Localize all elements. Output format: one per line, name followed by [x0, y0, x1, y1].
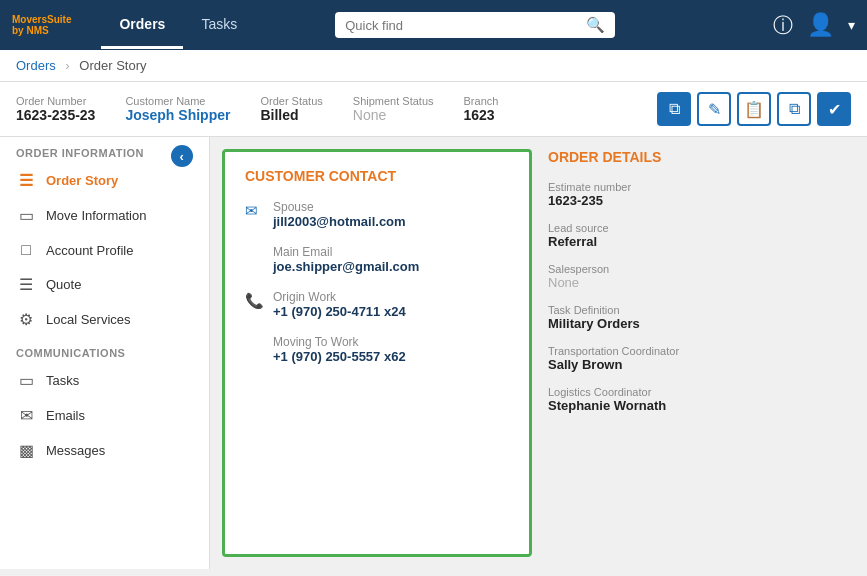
contact-info-spouse: Spouse jill2003@hotmail.com	[273, 200, 406, 229]
breadcrumb: Orders › Order Story	[0, 50, 867, 82]
sidebar-label-order-story: Order Story	[46, 173, 118, 188]
customer-contact-card: CUSTOMER CONTACT ✉ Spouse jill2003@hotma…	[222, 149, 532, 557]
order-status-field: Order Status Billed	[260, 95, 322, 123]
content-area: CUSTOMER CONTACT ✉ Spouse jill2003@hotma…	[210, 137, 867, 569]
action-btn-5[interactable]: ✔	[817, 92, 851, 126]
transportation-coordinator-label: Transportation Coordinator	[548, 345, 839, 357]
navbar: MoversSuite by NMS Orders Tasks 🔍 ⓘ 👤 ▾	[0, 0, 867, 50]
moving-to-work-label: Moving To Work	[273, 335, 406, 349]
search-icon[interactable]: 🔍	[586, 16, 605, 34]
email-icon: ✉	[245, 202, 263, 220]
email-placeholder-icon: ✉	[245, 247, 263, 265]
user-icon[interactable]: 👤	[807, 12, 834, 38]
nav-tasks[interactable]: Tasks	[183, 2, 255, 49]
nav-orders[interactable]: Orders	[101, 2, 183, 49]
logistics-coordinator-field: Logistics Coordinator Stephanie Wornath	[548, 386, 839, 413]
shipment-status-field: Shipment Status None	[353, 95, 434, 123]
shipment-status-label: Shipment Status	[353, 95, 434, 107]
sidebar-label-emails: Emails	[46, 408, 85, 423]
contact-info-origin-work: Origin Work +1 (970) 250-4711 x24	[273, 290, 406, 319]
branch-field: Branch 1623	[464, 95, 499, 123]
order-number-label: Order Number	[16, 95, 95, 107]
breadcrumb-separator: ›	[65, 58, 69, 73]
task-definition-label: Task Definition	[548, 304, 839, 316]
order-status-label: Order Status	[260, 95, 322, 107]
contact-row-main-email: ✉ Main Email joe.shipper@gmail.com	[245, 245, 509, 274]
sidebar-label-account-profile: Account Profile	[46, 243, 133, 258]
sidebar-item-account-profile[interactable]: □ Account Profile	[0, 233, 209, 267]
lead-source-value: Referral	[548, 234, 839, 249]
main-email-label: Main Email	[273, 245, 419, 259]
sidebar-label-messages: Messages	[46, 443, 105, 458]
origin-work-value: +1 (970) 250-4711 x24	[273, 304, 406, 319]
action-btn-4[interactable]: ⧉	[777, 92, 811, 126]
main-email-value: joe.shipper@gmail.com	[273, 259, 419, 274]
task-definition-value: Military Orders	[548, 316, 839, 331]
logistics-coordinator-label: Logistics Coordinator	[548, 386, 839, 398]
customer-name-value[interactable]: Joseph Shipper	[125, 107, 230, 123]
transportation-coordinator-value: Sally Brown	[548, 357, 839, 372]
customer-contact-title: CUSTOMER CONTACT	[245, 168, 509, 184]
contact-info-moving-to-work: Moving To Work +1 (970) 250-5557 x62	[273, 335, 406, 364]
sidebar-label-tasks: Tasks	[46, 373, 79, 388]
info-icon[interactable]: ⓘ	[773, 12, 793, 39]
messages-icon: ▩	[16, 441, 36, 460]
nav-right-icons: ⓘ 👤 ▾	[773, 12, 855, 39]
contact-row-spouse: ✉ Spouse jill2003@hotmail.com	[245, 200, 509, 229]
breadcrumb-parent[interactable]: Orders	[16, 58, 56, 73]
breadcrumb-current: Order Story	[79, 58, 146, 73]
header-actions: ⧉ ✎ 📋 ⧉ ✔	[657, 92, 851, 126]
sidebar-collapse-btn[interactable]: ‹	[171, 145, 193, 167]
quote-icon: ☰	[16, 275, 36, 294]
main-layout: ORDER INFORMATION ‹ ☰ Order Story ▭ Move…	[0, 137, 867, 569]
sidebar-label-quote: Quote	[46, 277, 81, 292]
order-details-panel: ORDER DETAILS Estimate number 1623-235 L…	[532, 149, 855, 557]
transportation-coordinator-field: Transportation Coordinator Sally Brown	[548, 345, 839, 372]
action-btn-1[interactable]: ⧉	[657, 92, 691, 126]
order-details-title: ORDER DETAILS	[548, 149, 839, 165]
search-input[interactable]	[345, 18, 586, 33]
phone-icon: 📞	[245, 292, 263, 310]
customer-name-field: Customer Name Joseph Shipper	[125, 95, 230, 123]
sidebar-label-move-information: Move Information	[46, 208, 146, 223]
phone-placeholder-icon: 📞	[245, 337, 263, 355]
sidebar-label-local-services: Local Services	[46, 312, 131, 327]
local-services-icon: ⚙	[16, 310, 36, 329]
salesperson-label: Salesperson	[548, 263, 839, 275]
branch-value: 1623	[464, 107, 499, 123]
shipment-status-value: None	[353, 107, 434, 123]
search-bar: 🔍	[335, 12, 615, 38]
nav-links: Orders Tasks	[101, 2, 255, 49]
sidebar-item-messages[interactable]: ▩ Messages	[0, 433, 209, 468]
lead-source-label: Lead source	[548, 222, 839, 234]
logistics-coordinator-value: Stephanie Wornath	[548, 398, 839, 413]
sidebar-section-order: ORDER INFORMATION ‹	[0, 137, 209, 163]
customer-name-label: Customer Name	[125, 95, 230, 107]
contact-row-moving-to-work: 📞 Moving To Work +1 (970) 250-5557 x62	[245, 335, 509, 364]
sidebar-item-emails[interactable]: ✉ Emails	[0, 398, 209, 433]
order-status-value: Billed	[260, 107, 322, 123]
estimate-number-label: Estimate number	[548, 181, 839, 193]
sidebar-item-tasks[interactable]: ▭ Tasks	[0, 363, 209, 398]
sidebar-item-quote[interactable]: ☰ Quote	[0, 267, 209, 302]
sidebar-item-local-services[interactable]: ⚙ Local Services	[0, 302, 209, 337]
contact-row-origin-work: 📞 Origin Work +1 (970) 250-4711 x24	[245, 290, 509, 319]
action-btn-2[interactable]: ✎	[697, 92, 731, 126]
estimate-number-value: 1623-235	[548, 193, 839, 208]
sidebar-item-move-information[interactable]: ▭ Move Information	[0, 198, 209, 233]
move-info-icon: ▭	[16, 206, 36, 225]
contact-info-main-email: Main Email joe.shipper@gmail.com	[273, 245, 419, 274]
moving-to-work-value: +1 (970) 250-5557 x62	[273, 349, 406, 364]
order-number-field: Order Number 1623-235-23	[16, 95, 95, 123]
salesperson-field: Salesperson None	[548, 263, 839, 290]
origin-work-label: Origin Work	[273, 290, 406, 304]
account-profile-icon: □	[16, 241, 36, 259]
chevron-down-icon[interactable]: ▾	[848, 17, 855, 33]
sidebar-item-order-story[interactable]: ☰ Order Story	[0, 163, 171, 198]
logo-line2: by NMS	[12, 25, 71, 36]
app-logo: MoversSuite by NMS	[12, 14, 71, 36]
order-story-icon: ☰	[16, 171, 36, 190]
lead-source-field: Lead source Referral	[548, 222, 839, 249]
task-definition-field: Task Definition Military Orders	[548, 304, 839, 331]
action-btn-3[interactable]: 📋	[737, 92, 771, 126]
